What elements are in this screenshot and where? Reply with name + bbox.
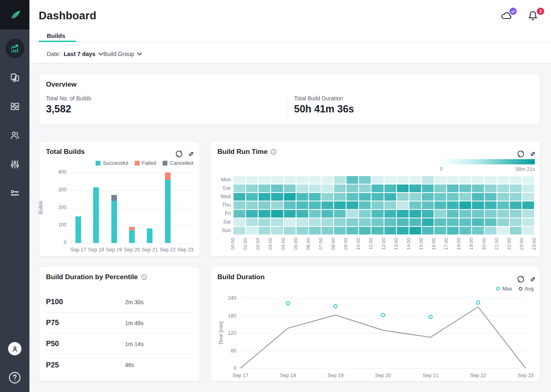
heatmap-cell [497,185,509,192]
account-avatar[interactable] [8,342,21,355]
heatmap-cell [472,185,484,192]
overview-card: Overview Total No. of Builds 3,582 Total… [39,74,541,125]
heatmap-cell [271,193,283,201]
app-canvas: Dashboard 2 Builds Date:Last 7 days Buil… [0,0,551,392]
heatmap-cell [271,210,283,218]
heatmap-cell [397,176,409,184]
heatmap-cell [359,193,371,201]
bar-segment-successful [129,230,135,243]
total-builds-legend: SuccessfulFailedCancelled [96,160,193,166]
heatmap-cell [472,227,484,234]
heatmap-cell [359,218,371,226]
percentile-label: P100 [46,298,125,306]
heatmap-cell [510,227,522,234]
percentile-value: 46s [125,362,134,368]
key-icon [10,188,20,198]
sidebar-item-apps[interactable] [10,73,20,83]
y-axis-label: Time [min] [218,321,224,345]
bar-segment-successful [93,187,99,243]
heatmap-cell [284,185,296,192]
heatmap-cell [422,218,434,226]
heatmap-cell [384,210,396,218]
refresh-button[interactable] [175,149,184,158]
gridline [69,190,194,191]
y-axis-tick-label: 180 [228,313,236,319]
heatmap-cell [321,176,333,184]
heatmap-cell [384,201,396,209]
heatmap-cell [510,176,522,184]
heatmap-cell [259,218,270,226]
heatmap-hour-label: 16:00 [431,238,436,250]
heatmap-cell [397,218,409,226]
expand-button[interactable] [528,149,537,158]
heatmap-day-label: Sat [213,219,231,225]
heatmap-cell [447,210,459,218]
heatmap-cell [246,218,258,226]
heatmap-cell [434,218,446,226]
gridline [69,225,194,226]
x-axis-tick-label: Sep 19 [328,373,344,378]
heatmap-cell [472,176,484,184]
heatmap-cell [309,193,321,201]
heatmap-cell [346,185,358,192]
heatmap-hour-label: 10:00 [356,238,361,250]
heatmap-cell [271,176,283,184]
date-filter-dropdown[interactable]: Date:Last 7 days [47,51,103,57]
heatmap-cell [409,176,421,184]
build-group-filter-dropdown[interactable]: Build Group [103,51,142,57]
bitrise-logo[interactable] [0,0,29,29]
heatmap-cell [485,185,497,192]
notifications-button[interactable]: 2 [528,10,541,22]
heatmap-cell [447,193,459,201]
x-axis-tick-label: Sep 17 [232,373,248,378]
heatmap-cell [447,201,459,209]
total-duration-value: 50h 41m 36s [294,103,354,115]
heatmap-cell [234,218,245,226]
heatmap-day-label: Sun [213,228,231,233]
heatmap-cell [522,176,534,184]
info-icon[interactable] [270,149,277,155]
insights-chart-icon [10,43,20,54]
legend-item-cancelled: Cancelled [163,160,193,166]
heatmap-scale-max: 58m 21s [495,166,535,172]
sidebar-item-workflow-settings[interactable] [10,159,20,170]
gridline [69,243,194,243]
heatmap-day-label: Fri [213,211,231,216]
gridline [69,208,194,208]
heatmap-cell [522,218,534,226]
layout-grid-icon [10,101,20,112]
sidebar-item-add-ons[interactable] [10,101,20,112]
chevron-down-icon [98,52,103,56]
cloud-check-badge [509,8,517,15]
heatmap-cell [296,201,308,209]
heatmap-cell [309,227,321,234]
tab-builds[interactable]: Builds [47,32,65,39]
percentile-value: 2m 30s [125,299,144,305]
heatmap-hour-label: 08:00 [331,238,336,250]
heatmap-cell [284,201,296,209]
heatmap-cell [485,201,497,209]
heatmap-cell [447,227,459,234]
heatmap-cell [459,210,471,218]
heatmap-cell [485,227,497,234]
check-icon [511,10,515,13]
heatmap-day-label: Tue [213,185,231,191]
overview-divider [287,94,287,119]
sidebar-item-insights[interactable] [5,39,25,58]
tab-bottom-border [29,42,551,42]
heatmap-hour-label: 09:00 [343,238,348,250]
heatmap-cell [284,210,296,218]
build-status-cloud-button[interactable] [500,10,514,22]
heatmap-cell [234,210,245,218]
heatmap-cell [321,210,333,218]
info-icon[interactable] [141,274,147,280]
sidebar-item-credentials[interactable] [10,188,20,198]
heatmap-cell [271,185,283,192]
page-title: Dashboard [39,10,96,22]
filter-bottom-border [29,63,551,63]
help-button[interactable] [8,371,21,384]
heatmap-cell [259,185,270,192]
expand-button[interactable] [187,149,196,158]
sidebar-item-organization[interactable] [10,130,20,141]
refresh-button[interactable] [516,149,525,158]
